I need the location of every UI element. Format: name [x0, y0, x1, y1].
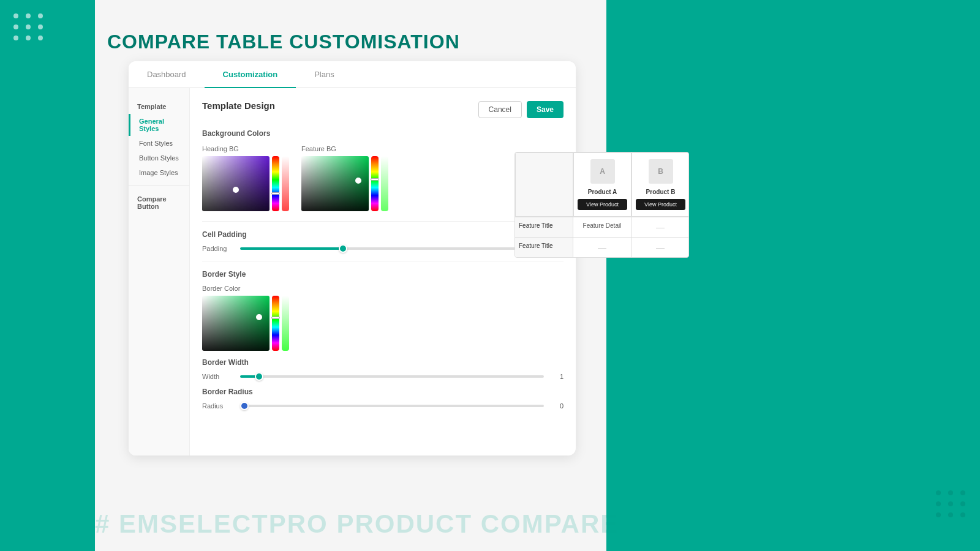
width-label: Width	[202, 373, 233, 380]
preview-feature-row-2: Feature Title — —	[515, 237, 688, 257]
border-radius-slider[interactable]	[240, 405, 544, 407]
sidebar-item-general-styles[interactable]: General Styles	[129, 114, 189, 136]
preview-header-row: A Product A View Product B Product B Vie…	[515, 152, 688, 217]
feature-bg-opacity-slider[interactable]	[381, 156, 388, 211]
sidebar-divider	[129, 185, 189, 186]
preview-feature-detail-1a: Feature Detail	[573, 217, 631, 237]
bg-colors-label: Background Colors	[202, 129, 564, 138]
cell-padding-title: Cell Padding	[202, 230, 564, 239]
radius-value: 0	[551, 402, 564, 410]
heading-bg-canvas[interactable]	[202, 156, 270, 211]
heading-bg-label: Heading BG	[202, 145, 289, 152]
heading-bg-picker-container	[202, 156, 289, 211]
preview-feature-title-2: Feature Title	[515, 238, 573, 257]
padding-slider[interactable]	[240, 247, 544, 250]
sidebar: Template General Styles Font Styles Butt…	[129, 88, 190, 455]
border-width-title: Border Width	[202, 358, 564, 367]
border-style-title: Border Style	[202, 270, 564, 279]
action-buttons: Cancel Save	[478, 101, 564, 118]
sidebar-item-font-styles[interactable]: Font Styles	[129, 136, 189, 151]
preview-dash-2a: —	[598, 242, 606, 252]
border-hue-slider[interactable]	[272, 296, 279, 351]
preview-table: A Product A View Product B Product B Vie…	[514, 152, 689, 258]
sidebar-item-button-styles[interactable]: Button Styles	[129, 151, 189, 165]
padding-control-row: Padding 10	[202, 245, 564, 252]
feature-bg-group: Feature BG	[301, 145, 388, 211]
preview-feature-title-1: Feature Title	[515, 217, 573, 237]
tabs-bar: Dashboard Customization Plans	[129, 61, 576, 88]
feature-bg-hue-slider[interactable]	[371, 156, 379, 211]
width-value: 1	[551, 373, 564, 380]
heading-bg-dot	[233, 187, 239, 193]
product-a-name: Product A	[578, 189, 627, 195]
border-color-label: Border Color	[202, 285, 564, 292]
preview-product-b-cell: B Product B View Product	[631, 152, 689, 217]
cell-padding-divider	[202, 221, 564, 222]
radius-control-row: Radius 0	[202, 402, 564, 410]
border-width-slider[interactable]	[240, 375, 544, 378]
tab-dashboard[interactable]: Dashboard	[129, 61, 205, 88]
width-control-row: Width 1	[202, 373, 564, 380]
preview-panel: A Product A View Product B Product B Vie…	[514, 152, 689, 258]
section-header: Template Design Cancel Save	[202, 100, 564, 121]
padding-label: Padding	[202, 245, 233, 252]
dots-topleft-decoration	[13, 13, 44, 40]
border-style-divider	[202, 261, 564, 261]
feature-bg-dot	[355, 178, 361, 184]
feature-bg-hue-handle	[371, 178, 379, 181]
product-b-btn[interactable]: View Product	[636, 199, 685, 210]
main-panel: Template Design Cancel Save Background C…	[190, 88, 576, 455]
product-b-image: B	[649, 159, 673, 184]
heading-bg-hue-slider[interactable]	[272, 156, 279, 211]
radius-label: Radius	[202, 402, 233, 410]
preview-dash-2b: —	[656, 242, 665, 252]
preview-feature-detail-1b: —	[631, 217, 689, 237]
template-design-title: Template Design	[202, 100, 275, 111]
preview-feature-detail-2a: —	[573, 238, 631, 257]
page-title: COMPARE TABLE CUSTOMISATION	[107, 31, 460, 53]
bg-right	[606, 0, 980, 551]
preview-feature-row-1: Feature Title Feature Detail —	[515, 217, 688, 237]
tab-customization[interactable]: Customization	[205, 61, 296, 88]
preview-dash-1b: —	[656, 222, 665, 232]
dots-bottomright-decoration	[936, 490, 967, 517]
border-radius-title: Border Radius	[202, 388, 564, 396]
tab-plans[interactable]: Plans	[296, 61, 353, 88]
border-color-dot	[256, 314, 262, 320]
feature-bg-label: Feature BG	[301, 145, 388, 152]
watermark: # EMSELECTPRO PRODUCT COMPARE	[95, 509, 619, 539]
heading-bg-opacity-slider[interactable]	[282, 156, 289, 211]
product-b-name: Product B	[636, 189, 685, 195]
preview-empty-cell	[515, 152, 573, 217]
product-a-image: A	[590, 159, 615, 184]
sidebar-item-image-styles[interactable]: Image Styles	[129, 165, 189, 180]
bg-left	[0, 0, 95, 551]
color-pickers-row: Heading BG Feature BG	[202, 145, 564, 211]
save-button[interactable]: Save	[527, 101, 564, 118]
card-content: Template General Styles Font Styles Butt…	[129, 88, 576, 455]
border-opacity-slider[interactable]	[282, 296, 289, 351]
cancel-button[interactable]: Cancel	[478, 101, 522, 118]
border-hue-handle	[271, 317, 280, 319]
border-color-picker-container	[202, 296, 564, 351]
main-card: Dashboard Customization Plans Template G…	[129, 61, 576, 455]
heading-bg-group: Heading BG	[202, 145, 289, 211]
feature-bg-picker-container	[301, 156, 388, 211]
product-a-btn[interactable]: View Product	[578, 199, 627, 210]
heading-bg-hue-handle	[271, 192, 280, 195]
sidebar-template-label: Template	[129, 98, 189, 114]
border-color-canvas[interactable]	[202, 296, 270, 351]
preview-product-a-cell: A Product A View Product	[573, 152, 631, 217]
preview-feature-detail-2b: —	[631, 238, 689, 257]
feature-bg-canvas[interactable]	[301, 156, 369, 211]
sidebar-compare-button-label[interactable]: Compare Button	[129, 190, 189, 214]
